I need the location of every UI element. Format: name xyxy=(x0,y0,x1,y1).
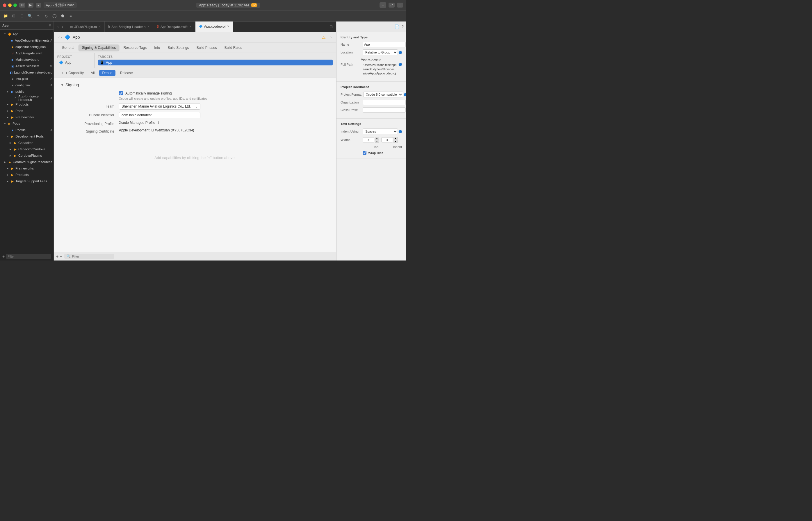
tab-width-decrement[interactable]: ▼ xyxy=(375,140,379,143)
add-button[interactable]: ＋ xyxy=(380,2,386,8)
file-inspector-icon[interactable]: 📄 xyxy=(394,24,399,29)
sidebar-item-mainstoryboard[interactable]: ◧ Main.storyboard xyxy=(0,56,53,63)
auto-manage-checkbox[interactable] xyxy=(119,91,123,95)
minimize-button[interactable] xyxy=(8,3,12,7)
help-icon[interactable]: ? xyxy=(402,24,404,29)
project-item-app[interactable]: 🔷 App xyxy=(57,60,91,65)
sidebar-item-capacitorcordova[interactable]: ▶ CapacitorCordova xyxy=(0,146,53,152)
tab-info[interactable]: Info xyxy=(151,44,163,51)
indent-width-decrement[interactable]: ▼ xyxy=(393,140,398,143)
sidebar-item-public[interactable]: ▶ public xyxy=(0,88,53,95)
sidebar-item-podfile[interactable]: ■ Podfile A xyxy=(0,127,53,133)
tab-forward-button[interactable]: › xyxy=(61,24,64,29)
wrap-lines-checkbox[interactable] xyxy=(363,151,366,155)
indent-using-select[interactable]: Spaces xyxy=(363,129,398,134)
sidebar-item-devpods[interactable]: ▶ Development Pods xyxy=(0,133,53,139)
info-icon[interactable]: ℹ xyxy=(158,121,159,125)
tab-close-icon[interactable]: ✕ xyxy=(189,25,191,28)
sidebar-item-cordovaplugins[interactable]: ▶ CordovaPlugins xyxy=(0,152,53,159)
bookmark-icon[interactable]: ⊟ xyxy=(19,13,25,19)
tab-width-input[interactable] xyxy=(363,137,374,142)
config-tab-debug[interactable]: Debug xyxy=(99,70,115,76)
sidebar-toggle-button[interactable]: ⊞ xyxy=(19,3,25,7)
footer-add-button[interactable]: + xyxy=(56,254,59,259)
sidebar-item-frameworks-pods[interactable]: ▶ Frameworks xyxy=(0,165,53,172)
layout-button[interactable]: ⊡ xyxy=(397,3,403,7)
tab-resource-tags[interactable]: Resource Tags xyxy=(120,44,150,51)
stop-button[interactable]: ■ xyxy=(36,3,41,7)
warning-detail-button[interactable]: › xyxy=(329,34,333,40)
team-selector[interactable]: Shenzhen Marine Aviation Logistics Co., … xyxy=(119,103,200,110)
config-tab-release[interactable]: Release xyxy=(117,70,136,76)
sidebar-item-app-root[interactable]: 🔶 App xyxy=(0,31,53,37)
nav-back-arrow[interactable]: ‹ xyxy=(59,35,60,39)
footer-remove-button[interactable]: − xyxy=(60,254,62,259)
add-capability-button[interactable]: ＋ + Capability xyxy=(59,69,86,76)
search-icon[interactable]: 🔍 xyxy=(27,13,33,19)
sidebar-item-frameworks-top[interactable]: ▶ Frameworks xyxy=(0,114,53,120)
sidebar-item-targets-support[interactable]: ▶ Targets Support Files xyxy=(0,178,53,184)
location-select[interactable]: Relative to Group xyxy=(363,49,398,55)
sidebar-item-products-pods[interactable]: ▶ Products xyxy=(0,172,53,178)
config-tab-all[interactable]: All xyxy=(88,70,97,76)
sidebar-item-infoplist[interactable]: ■ Info.plist A xyxy=(0,75,53,82)
nav-forward-arrow[interactable]: › xyxy=(61,35,62,39)
tab-close-icon[interactable]: ✕ xyxy=(227,25,229,28)
sidebar-item-pods[interactable]: ▶ Pods xyxy=(0,108,53,114)
target-item-app[interactable]: 📱 App xyxy=(98,60,333,65)
sidebar-item-appdelegate[interactable]: S AppDelegate.swift xyxy=(0,50,53,56)
test-icon[interactable]: ◇ xyxy=(43,13,49,19)
sidebar-item-assets[interactable]: ▣ Assets.xcassets M xyxy=(0,63,53,69)
tab-bridging[interactable]: h App-Bridging-Header.h ✕ xyxy=(105,22,154,32)
organization-input[interactable] xyxy=(363,100,406,105)
tab-xcodeproj[interactable]: 🔷 App.xcodeproj ✕ xyxy=(196,22,233,32)
indent-width-input[interactable] xyxy=(381,137,393,142)
tab-general[interactable]: General xyxy=(59,44,78,51)
sidebar-item-configxml[interactable]: ■ config.xml A xyxy=(0,82,53,88)
sidebar-item-products-top[interactable]: ▶ Products xyxy=(0,101,53,108)
filter-input[interactable] xyxy=(6,254,51,259)
run-button[interactable]: ▶ xyxy=(28,3,33,7)
add-group-button[interactable]: + xyxy=(2,254,5,259)
indent-width-increment[interactable]: ▲ xyxy=(393,137,398,139)
sidebar-item-pods-root[interactable]: ▶ Pods xyxy=(0,120,53,127)
sidebar-item-cordovapluginsres[interactable]: ▶ CordovaPluginsResources xyxy=(0,159,53,165)
tab-jpush[interactable]: m JPushPlugin.m ✕ xyxy=(67,22,105,32)
project-format-select[interactable]: Xcode 8.0-compatible xyxy=(363,92,403,97)
location-label: Location xyxy=(341,51,361,54)
tab-close-icon[interactable]: ✕ xyxy=(147,25,150,28)
return-button[interactable]: ↩ xyxy=(388,3,394,7)
inspector-toggle-button[interactable]: ⊡ xyxy=(328,24,334,29)
tab-build-rules[interactable]: Build Rules xyxy=(221,44,246,51)
sidebar-item-appdebug[interactable]: ■ AppDebug.entitlements A xyxy=(0,37,53,44)
sidebar-item-launchscreen[interactable]: ◧ LaunchScreen.storyboard xyxy=(0,69,53,75)
debug-icon[interactable]: ◯ xyxy=(51,13,58,19)
tab-build-phases[interactable]: Build Phases xyxy=(193,44,221,51)
issue-icon[interactable]: ⚠ xyxy=(35,13,41,19)
reveal-icon[interactable]: 🔵 xyxy=(399,63,402,66)
sidebar-item-capacitor-pod[interactable]: ▶ Capacitor xyxy=(0,139,53,146)
tab-close-icon[interactable]: ✕ xyxy=(98,25,101,28)
tab-width-increment[interactable]: ▲ xyxy=(375,137,379,139)
report-icon[interactable]: ≡ xyxy=(67,13,74,19)
tab-delegate[interactable]: S AppDelegate.swift ✕ xyxy=(153,22,195,32)
triangle-icon xyxy=(9,148,13,151)
close-button[interactable] xyxy=(3,3,6,7)
scheme-selector[interactable]: App › 朱贤的iPhone xyxy=(44,2,77,8)
breakpoint-icon[interactable]: ⬟ xyxy=(59,13,66,19)
tab-back-button[interactable]: ‹ xyxy=(56,24,60,29)
maximize-button[interactable] xyxy=(14,3,17,7)
name-input[interactable] xyxy=(363,42,406,47)
bundle-id-input[interactable] xyxy=(119,112,200,118)
signing-section-header[interactable]: ▼ Signing xyxy=(61,83,329,87)
warning-badge[interactable]: 12 xyxy=(251,3,257,7)
sidebar-item-capacitor-json[interactable]: ■ capacitor.config.json xyxy=(0,44,53,50)
folder-icon[interactable]: 📁 xyxy=(2,13,9,19)
class-prefix-label: Class Prefix xyxy=(341,108,361,112)
editor-filter-input[interactable] xyxy=(72,255,112,258)
sidebar-item-bridging[interactable]: h App-Bridging-Header.h A xyxy=(0,95,53,101)
tab-build-settings[interactable]: Build Settings xyxy=(164,44,192,51)
source-control-icon[interactable]: ⊞ xyxy=(10,13,17,19)
tab-signing-capabilities[interactable]: Signing & Capabilities xyxy=(78,44,119,51)
class-prefix-input[interactable] xyxy=(363,107,406,113)
